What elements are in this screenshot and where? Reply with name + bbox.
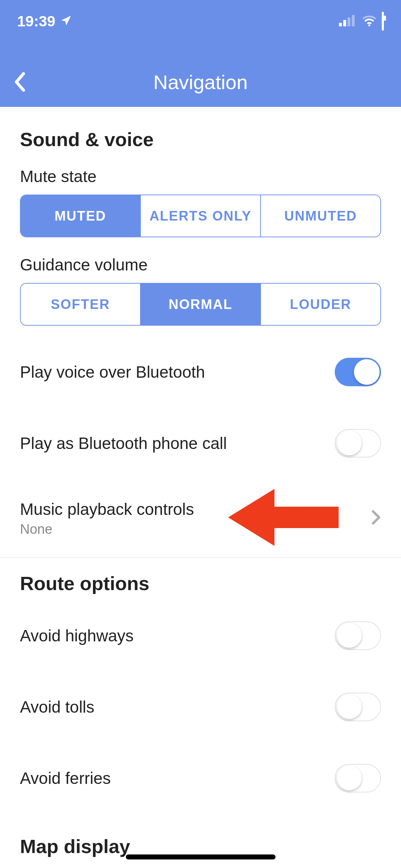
section-route-options: Route options: [0, 558, 401, 600]
play-as-phone-call-label: Play as Bluetooth phone call: [20, 434, 227, 453]
avoid-ferries-label: Avoid ferries: [20, 769, 111, 788]
avoid-tolls-switch[interactable]: [335, 693, 381, 721]
status-time: 19:39: [17, 13, 55, 30]
music-playback-title: Music playback controls: [20, 500, 194, 519]
segment-unmuted[interactable]: UNMUTED: [261, 195, 380, 237]
home-indicator[interactable]: [126, 854, 276, 859]
svg-point-4: [368, 25, 370, 26]
play-as-phone-call-switch[interactable]: [335, 429, 381, 458]
app-header: 19:39: [0, 0, 401, 107]
back-button[interactable]: [13, 71, 27, 93]
segment-alerts-only[interactable]: ALERTS ONLY: [141, 195, 261, 237]
row-music-playback-controls[interactable]: Music playback controls None: [0, 479, 401, 557]
guidance-volume-segmented: SOFTER NORMAL LOUDER: [20, 283, 381, 326]
signal-icon: [339, 13, 357, 30]
row-avoid-highways[interactable]: Avoid highways: [0, 600, 401, 671]
status-bar: 19:39: [0, 11, 401, 32]
row-avoid-ferries[interactable]: Avoid ferries: [0, 743, 401, 814]
mute-state-segmented: MUTED ALERTS ONLY UNMUTED: [20, 195, 381, 237]
row-play-voice-bluetooth[interactable]: Play voice over Bluetooth: [0, 336, 401, 408]
music-playback-value: None: [20, 522, 194, 537]
chevron-right-icon: [371, 510, 381, 527]
svg-rect-1: [343, 20, 346, 26]
wifi-icon: [362, 13, 377, 30]
section-sound-voice: Sound & voice: [0, 107, 401, 156]
svg-rect-3: [352, 15, 355, 26]
guidance-volume-label: Guidance volume: [0, 237, 401, 283]
avoid-tolls-label: Avoid tolls: [20, 697, 94, 717]
mute-state-label: Mute state: [0, 156, 401, 195]
play-voice-bluetooth-switch[interactable]: [335, 358, 381, 386]
avoid-highways-label: Avoid highways: [20, 626, 134, 645]
svg-rect-0: [339, 23, 342, 26]
avoid-ferries-switch[interactable]: [335, 764, 381, 792]
nav-bar: Navigation: [0, 68, 401, 96]
location-icon: [60, 13, 72, 30]
battery-icon: [382, 13, 384, 30]
segment-normal[interactable]: NORMAL: [141, 284, 261, 325]
svg-rect-2: [348, 17, 350, 26]
row-avoid-tolls[interactable]: Avoid tolls: [0, 671, 401, 743]
avoid-highways-switch[interactable]: [335, 621, 381, 650]
svg-marker-5: [228, 489, 339, 546]
arrow-annotation-icon: [228, 482, 342, 554]
row-play-as-phone-call[interactable]: Play as Bluetooth phone call: [0, 408, 401, 479]
page-title: Navigation: [153, 71, 248, 94]
segment-softer[interactable]: SOFTER: [21, 284, 141, 325]
segment-louder[interactable]: LOUDER: [261, 284, 380, 325]
segment-muted[interactable]: MUTED: [21, 195, 141, 237]
play-voice-bluetooth-label: Play voice over Bluetooth: [20, 362, 205, 382]
